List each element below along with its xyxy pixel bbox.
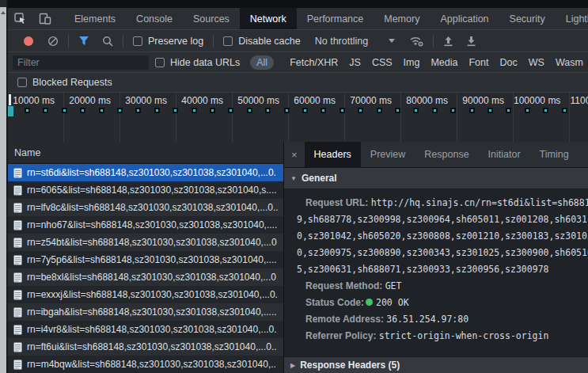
tab-lighthouse[interactable]: Lighthouse (556, 8, 588, 29)
details-tabbar: × Headers Preview Response Initiator Tim… (284, 142, 588, 168)
disable-cache-checkbox[interactable] (223, 36, 233, 46)
tab-performance[interactable]: Performance (297, 8, 374, 29)
request-method-row: Request Method: GET (284, 278, 588, 295)
general-section-content: Request URL: http://hq.sinajs.cn/rn=st6d… (284, 189, 588, 373)
filter-chip-css[interactable]: CSS (372, 57, 393, 68)
export-har-button[interactable] (466, 36, 476, 47)
filter-chip-font[interactable]: Font (469, 57, 488, 68)
network-conditions-button[interactable] (409, 35, 423, 47)
activity-mark (99, 108, 104, 113)
activity-mark (117, 108, 123, 113)
filter-chip-wasm[interactable]: Wasm (556, 57, 583, 68)
tab-memory[interactable]: Memory (374, 8, 430, 29)
tab-application[interactable]: Application (430, 8, 499, 29)
tab-initiator[interactable]: Initiator (479, 142, 530, 167)
document-icon (13, 272, 22, 283)
tab-security[interactable]: Security (499, 8, 556, 29)
filter-chip-fetch-xhr[interactable]: Fetch/XHR (290, 57, 338, 68)
table-row[interactable]: rn=m4bqw&list=sh688148,sz301030,sz301038… (8, 356, 283, 373)
activity-mark (469, 108, 475, 113)
hide-data-urls-checkbox[interactable] (155, 58, 165, 67)
referrer-policy-value: strict-origin-when-cross-origin (379, 330, 549, 341)
timeline-tick: 50000 ms (233, 93, 289, 148)
toggle-device-toolbar-button[interactable] (32, 8, 58, 29)
timeline-tick: 30000 ms (120, 93, 176, 148)
table-row[interactable]: rn=lfv8c&list=sh688148,sz301030,sz301038… (8, 199, 283, 216)
activity-mark (265, 108, 271, 113)
status-code-key: Status Code: (305, 297, 364, 308)
blocked-requests-checkbox[interactable] (17, 78, 27, 87)
table-row[interactable]: rn=ibgah&list=sh688148,sz301030,sz301038… (8, 303, 283, 321)
download-arrow-icon (466, 36, 476, 47)
filter-chip-ws[interactable]: WS (529, 57, 544, 68)
activity-mark (543, 108, 548, 113)
scrollbar-up-arrow-icon[interactable] (1, 11, 6, 14)
inspect-element-button[interactable] (8, 8, 32, 29)
page-scrollbar[interactable] (0, 0, 6, 373)
name-column-header[interactable]: Name (8, 142, 283, 164)
triangle-right-icon: ▶ (290, 362, 295, 369)
timeline-tick: 110000 ms (570, 93, 588, 148)
tab-preview[interactable]: Preview (361, 142, 415, 167)
hide-data-urls-group[interactable]: Hide data URLs (155, 57, 240, 68)
table-row[interactable]: rn=nho67&list=sh688148,sz301030,sz301038… (8, 216, 283, 234)
request-name: rn=m4bqw&list=sh688148,sz301030,sz301038… (27, 359, 276, 370)
timeline-tick: 90000 ms (457, 93, 514, 148)
document-icon (13, 255, 22, 265)
request-name: rn=7y5p6&list=sh688148,sz301030,sz301038… (27, 254, 277, 265)
tab-timing[interactable]: Timing (530, 142, 579, 167)
table-row[interactable]: rn=st6di&list=sh688148,sz301030,sz301038… (8, 164, 283, 181)
filter-toggle-button[interactable] (78, 36, 89, 46)
close-details-button[interactable]: × (284, 142, 305, 167)
activity-mark (192, 108, 197, 113)
activity-mark (525, 108, 530, 113)
table-row[interactable]: rn=be8xl&list=sh688148,sz301030,sz301038… (8, 268, 283, 286)
record-button[interactable] (24, 36, 33, 46)
request-name: rn=ibgah&list=sh688148,sz301030,sz301038… (27, 306, 277, 318)
table-row[interactable]: rn=exxxj&list=sh688148,sz301030,sz301038… (8, 286, 283, 303)
tab-network[interactable]: Network (240, 8, 297, 29)
timeline-start-bracket (9, 94, 11, 105)
preserve-log-checkbox[interactable] (133, 36, 142, 46)
filter-input[interactable] (13, 55, 149, 70)
request-name: rn=st6di&list=sh688148,sz301030,sz301038… (27, 167, 276, 178)
table-row[interactable]: rn=6065&list=sh688148,sz301030,sz301038,… (8, 181, 283, 199)
filter-chip-all[interactable]: All (250, 55, 274, 70)
request-url-value-line: 5,sz300631,sh688071,sz300933,sz300956,sz… (284, 261, 588, 278)
activity-mark (302, 108, 308, 113)
tab-headers[interactable]: Headers (305, 142, 361, 167)
document-icon (13, 307, 22, 318)
tab-sources[interactable]: Sources (183, 8, 240, 29)
search-button[interactable] (102, 36, 113, 47)
table-row[interactable]: rn=7y5p6&list=sh688148,sz301030,sz301038… (8, 251, 283, 268)
table-row[interactable]: rn=i4vr8&list=sh688148,sz301030,sz301038… (8, 321, 283, 338)
filter-chip-doc[interactable]: Doc (500, 57, 518, 68)
activity-mark (247, 108, 252, 113)
tab-response[interactable]: Response (415, 142, 478, 167)
tab-elements[interactable]: Elements (64, 8, 126, 29)
clear-button[interactable] (47, 36, 59, 47)
table-row[interactable]: rn=ft6ui&list=sh688148,sz301030,sz301038… (8, 338, 283, 356)
blocked-requests-group[interactable]: Blocked Requests (17, 77, 112, 88)
preserve-log-checkbox-group[interactable]: Preserve log (133, 36, 203, 47)
activity-mark (228, 108, 233, 113)
activity-mark (395, 108, 400, 113)
document-icon (13, 168, 22, 178)
filter-chip-img[interactable]: Img (404, 57, 420, 68)
disable-cache-checkbox-group[interactable]: Disable cache (223, 36, 301, 47)
network-overview-timeline[interactable]: 10000 ms 20000 ms 30000 ms 40000 ms 5000… (8, 93, 588, 148)
request-name: rn=exxxj&list=sh688148,sz301030,sz301038… (27, 289, 278, 300)
activity-mark (450, 108, 456, 113)
blocked-requests-label: Blocked Requests (32, 77, 112, 88)
import-har-button[interactable] (443, 36, 453, 47)
filter-chip-js[interactable]: JS (349, 57, 361, 68)
table-row[interactable]: rn=z54bt&list=sh688148,sz301030,sz301038… (8, 234, 283, 251)
throttling-dropdown[interactable]: No throttling (315, 36, 395, 47)
response-headers-section-header[interactable]: ▶ Response Headers (5) (284, 356, 588, 373)
toolbar-divider (123, 35, 123, 48)
request-url-value: http://hq.sinajs.cn/rn=st6di&list=sh6881… (371, 197, 588, 208)
activity-mark (413, 108, 419, 113)
tab-console[interactable]: Console (126, 8, 183, 29)
general-section-header[interactable]: ▼ General (284, 168, 588, 189)
filter-chip-media[interactable]: Media (431, 57, 457, 68)
